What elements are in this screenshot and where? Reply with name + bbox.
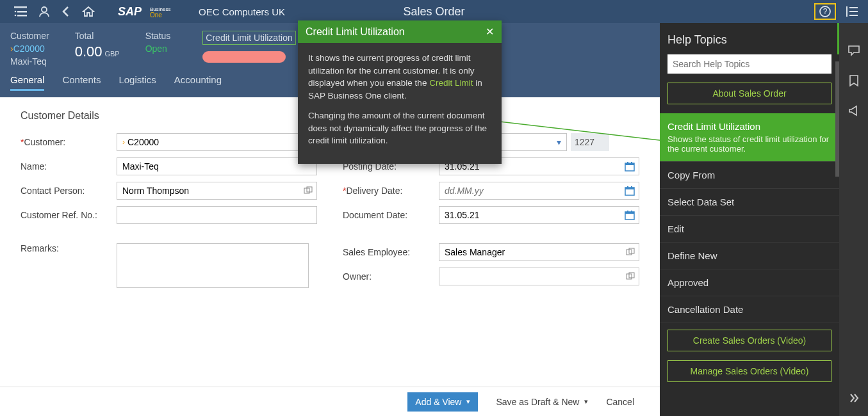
top-bar: SAP Business One OEC Computers UK Sales … <box>0 0 868 23</box>
input-contact[interactable] <box>117 182 317 200</box>
calendar-icon[interactable] <box>625 186 635 196</box>
back-icon[interactable] <box>61 6 70 17</box>
sap-logo: SAP Business One <box>118 4 179 19</box>
input-salesemp[interactable] <box>439 243 639 261</box>
help-topic-edit[interactable]: Edit <box>660 216 839 243</box>
summary-status-value: Open <box>145 44 171 54</box>
page-title: Sales Order <box>403 5 464 19</box>
open-dialog-icon[interactable] <box>626 272 635 281</box>
label-customer: Customer: <box>20 137 117 147</box>
summary-customer-label: Customer <box>10 31 49 41</box>
input-remarks[interactable] <box>117 243 309 288</box>
tab-logistics[interactable]: Logistics <box>119 74 156 91</box>
label-ref: Customer Ref. No.: <box>20 210 117 220</box>
input-customer[interactable]: › <box>117 133 317 151</box>
credit-limit-bar <box>202 51 286 63</box>
expand-icon[interactable] <box>848 393 860 403</box>
help-icon[interactable]: ? <box>814 3 836 20</box>
calendar-icon[interactable] <box>625 210 635 220</box>
label-contact: Contact Person: <box>20 186 117 196</box>
home-icon[interactable] <box>82 6 95 17</box>
help-panel: Help Topics About Sales Order Credit Lim… <box>660 23 839 416</box>
svg-rect-30 <box>631 211 632 212</box>
label-name: Name: <box>20 161 117 172</box>
chevron-down-icon[interactable]: ▾ <box>584 397 588 406</box>
help-topic-cancellation-date[interactable]: Cancellation Date <box>660 296 839 323</box>
input-name[interactable] <box>117 157 317 175</box>
footer-bar: Add & View▾ Save as Draft & New▾ Cancel <box>0 387 660 416</box>
chevron-down-icon[interactable]: ▾ <box>466 397 470 406</box>
svg-rect-24 <box>625 188 634 189</box>
help-topic-approved[interactable]: Approved <box>660 269 839 296</box>
svg-text:SAP: SAP <box>118 5 142 18</box>
video-manage-orders-button[interactable]: Manage Sales Orders (Video) <box>667 360 831 382</box>
customer-details-title: Customer Details <box>20 110 317 122</box>
calendar-icon[interactable] <box>625 161 635 172</box>
help-topic-copy-from[interactable]: Copy From <box>660 162 839 189</box>
tab-contents[interactable]: Contents <box>62 74 101 91</box>
svg-point-3 <box>15 15 17 17</box>
svg-text:One: One <box>150 12 162 19</box>
summary-total-label: Total <box>75 31 120 41</box>
help-topic-select-data-set[interactable]: Select Data Set <box>660 189 839 216</box>
svg-text:?: ? <box>823 7 828 16</box>
summary-customer-code[interactable]: C20000 <box>10 44 49 54</box>
svg-rect-29 <box>627 211 628 212</box>
series-number: 1227 <box>571 133 609 151</box>
svg-rect-14 <box>849 15 858 16</box>
svg-rect-0 <box>14 6 27 8</box>
video-create-orders-button[interactable]: Create Sales Orders (Video) <box>667 330 831 351</box>
credit-limit-link[interactable]: Credit Limit <box>429 78 473 88</box>
company-name: OEC Computers UK <box>199 6 285 17</box>
save-draft-button[interactable]: Save as Draft & New▾ <box>496 397 588 407</box>
close-icon[interactable]: ✕ <box>486 26 494 38</box>
svg-rect-21 <box>627 162 628 164</box>
summary-total-currency: GBP <box>104 50 119 58</box>
svg-point-5 <box>42 7 47 12</box>
svg-rect-20 <box>625 163 634 165</box>
svg-point-1 <box>15 11 17 13</box>
help-topic-define-new[interactable]: Define New <box>660 243 839 269</box>
right-rail <box>839 23 868 416</box>
label-docdate: Document Date: <box>343 210 439 220</box>
user-icon[interactable] <box>38 6 50 17</box>
link-arrow-icon[interactable]: › <box>122 138 125 147</box>
svg-rect-25 <box>627 186 628 188</box>
summary-total-value: 0.00 <box>75 44 102 60</box>
help-title: Help Topics <box>660 23 839 54</box>
add-view-button[interactable]: Add & View▾ <box>407 392 478 412</box>
cancel-button[interactable]: Cancel <box>606 397 634 407</box>
label-owner: Owner: <box>343 271 439 282</box>
open-dialog-icon[interactable] <box>626 248 635 257</box>
tooltip-title: Credit Limit Utilization <box>306 26 405 38</box>
chevron-down-icon: ▾ <box>557 137 561 147</box>
credit-limit-label[interactable]: Credit Limit Utilization <box>202 31 295 45</box>
svg-rect-11 <box>846 6 848 17</box>
input-owner[interactable] <box>439 268 639 285</box>
about-sales-order-button[interactable]: About Sales Order <box>667 83 831 104</box>
svg-rect-4 <box>17 15 27 17</box>
help-topic-credit-limit[interactable]: Credit Limit Utilization Shows the statu… <box>660 113 839 162</box>
input-ref[interactable] <box>117 206 317 224</box>
announce-icon[interactable] <box>848 105 860 116</box>
comment-icon[interactable] <box>848 45 860 56</box>
svg-rect-13 <box>849 11 858 12</box>
input-delivery-date[interactable] <box>439 182 639 200</box>
open-dialog-icon[interactable] <box>304 186 313 195</box>
tab-accounting[interactable]: Accounting <box>174 74 222 91</box>
label-remarks: Remarks: <box>20 243 117 253</box>
bookmark-icon[interactable] <box>848 74 860 87</box>
credit-limit-tooltip: Credit Limit Utilization ✕ It shows the … <box>298 20 502 164</box>
label-delivery: Delivery Date: <box>343 186 439 196</box>
svg-rect-22 <box>631 162 632 164</box>
tab-general[interactable]: General <box>10 74 44 91</box>
svg-rect-26 <box>631 186 632 188</box>
panel-collapse-icon[interactable] <box>846 6 858 17</box>
help-search[interactable] <box>667 54 831 74</box>
svg-rect-2 <box>17 11 27 13</box>
menu-icon[interactable] <box>14 6 27 17</box>
input-document-date[interactable] <box>439 206 639 224</box>
summary-customer-name: Maxi-Teq <box>10 56 49 67</box>
label-salesemp: Sales Employee: <box>343 247 439 257</box>
svg-rect-12 <box>849 7 858 8</box>
